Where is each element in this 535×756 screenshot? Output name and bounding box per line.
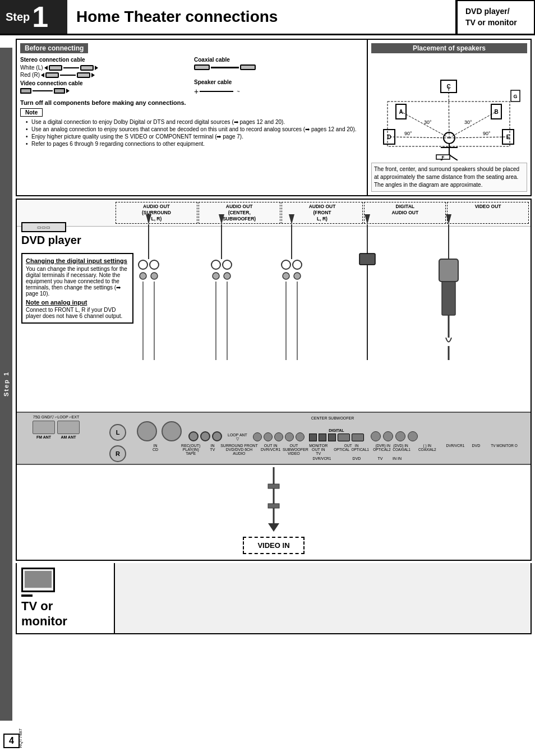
svg-marker-41 (289, 214, 294, 224)
connector-rca-4 (77, 72, 90, 78)
svg-rect-66 (268, 504, 279, 508)
receiver-panel: 75Ω GND/▽ ⌐LOOP ⌐EXT FM ANT AM ANT L R (17, 412, 531, 465)
coaxial-cable-col: Coaxial cable Speaker cable + ~ (194, 57, 363, 96)
fm-ant-socket (33, 421, 55, 434)
svg-point-46 (294, 273, 301, 279)
svg-text:30°: 30° (424, 119, 432, 125)
arrow-left-icon-2 (41, 73, 44, 77)
warning-text: Turn off all components before making an… (20, 99, 363, 106)
digital-input-title: Changing the digital input settings (26, 257, 129, 264)
digital-input-body: You can change the input settings for th… (26, 266, 129, 297)
speaker-diagram-svg: A B C D E F G (373, 57, 525, 160)
speaker-cable-title: Speaker cable (194, 79, 363, 85)
connector-video-1 (20, 88, 31, 94)
svg-line-25 (449, 137, 508, 138)
tv-screen (25, 571, 52, 588)
video-down-wire (17, 467, 531, 534)
video-cable-row (20, 88, 190, 94)
tv-stand-base (21, 594, 33, 597)
svg-rect-52 (439, 259, 458, 282)
video-cable-title: Video connection cable (20, 80, 190, 86)
connector-rca-1 (49, 65, 62, 71)
top-section: Before connecting Stereo connection cabl… (16, 39, 532, 196)
digital-input-box: Changing the digital input settings You … (21, 253, 133, 324)
video-wire-svg (251, 467, 296, 534)
placement-header: Placement of speakers (371, 43, 527, 53)
speaker-cable-row: + ~ (194, 87, 363, 96)
wire-v (33, 90, 53, 91)
coaxial-title: Coaxial cable (194, 57, 363, 63)
svg-text:30°: 30° (464, 119, 472, 125)
dvd-player-title: DVD player (21, 234, 81, 247)
svg-text:G: G (513, 94, 517, 99)
header-dvd-label: DVD player/ TV or monitor (456, 0, 535, 34)
svg-point-39 (213, 273, 219, 279)
center-label: CENTER SUBWOOFER (140, 416, 525, 420)
tv-monitor-section: TV or monitor (17, 563, 115, 633)
page-number: 4 (3, 734, 20, 748)
connector-video-2 (54, 88, 65, 94)
digital-label: DIGITAL (329, 428, 344, 432)
l-channel: L (109, 424, 126, 441)
lr-channels: L R (109, 424, 126, 462)
coaxial-row (194, 64, 363, 70)
bullet-1: • Use a digital connection to enjoy Dolb… (26, 119, 363, 125)
svg-marker-68 (268, 523, 279, 532)
wire-2 (60, 75, 76, 76)
svg-line-4 (449, 155, 458, 160)
svg-point-38 (223, 260, 232, 269)
sidebar-label: Step 1 (3, 371, 10, 397)
wire-coax (211, 67, 239, 68)
connection-wires-svg (115, 214, 524, 382)
wire-1 (63, 67, 79, 68)
bullet-3: • Enjoy higher picture quality using the… (26, 133, 363, 140)
tv-title: TV or monitor (21, 599, 109, 629)
svg-rect-64 (268, 484, 279, 488)
am-ant-socket (57, 421, 80, 434)
page-header: Step 1 Home Theater connections DVD play… (0, 0, 535, 35)
am-ant-label: AM ANT (57, 435, 80, 439)
left-sidebar: Step 1 (0, 48, 12, 721)
arrow-left-icon (44, 66, 48, 70)
bullet-list: • Use a digital connection to enjoy Dolb… (20, 119, 363, 147)
dvd-player-label: ▭▭▭ DVD player (21, 222, 81, 247)
main-content: Before connecting Stereo connection cabl… (12, 39, 535, 634)
fm-ant-label: FM ANT (33, 435, 55, 439)
wire-spk1 (200, 91, 233, 92)
bullet-2: • Use an analog connection to enjoy sour… (26, 126, 363, 132)
video-in-box: VIDEO IN (243, 537, 304, 554)
svg-marker-50 (446, 214, 451, 224)
panel-labels-row2: DVR/VCR1 DVD TV IN IN (135, 457, 525, 460)
svg-text:F: F (442, 155, 445, 160)
svg-point-33 (140, 273, 146, 279)
svg-line-21 (449, 86, 449, 138)
antenna-section: 75Ω GND/▽ ⌐LOOP ⌐EXT FM ANT AM ANT (33, 415, 80, 439)
svg-point-37 (211, 260, 220, 269)
analog-input-body: Connect to FRONT L, R if your DVD player… (26, 307, 129, 319)
before-connecting-header: Before connecting (20, 43, 88, 53)
stereo-cable-title: Stereo connection cable (20, 57, 190, 63)
connector-coax-1 (194, 64, 210, 70)
connector-rca-2 (80, 65, 94, 71)
svg-marker-29 (146, 214, 151, 224)
svg-marker-47 (365, 214, 370, 224)
placement-panel: Placement of speakers A B C (368, 40, 531, 195)
bottom-section: TV or monitor (16, 563, 532, 634)
svg-rect-49 (359, 253, 375, 265)
connector-coax-2 (240, 64, 256, 70)
svg-point-34 (151, 273, 158, 279)
bullet-4: • Refer to pages 6 through 9 regarding c… (26, 141, 363, 147)
connector-row-1: LOOP ANT▽ DIGITAL (135, 421, 525, 441)
step-number: 1 (32, 2, 48, 31)
note-box: Note (20, 108, 43, 117)
svg-point-44 (293, 260, 302, 269)
r-channel: R (109, 445, 126, 462)
svg-point-40 (224, 273, 230, 279)
panel-labels-row: INCD REC(OUT) PLAY(IN)TAPE INTV SURROUND… (135, 444, 525, 455)
video-in-section: VIDEO IN (17, 537, 531, 554)
connection-diagram: AUDIO OUT(SURROUNDL, R) AUDIO OUT(CENTER… (16, 199, 532, 561)
svg-point-32 (150, 260, 159, 269)
cables-area: Stereo connection cable White (L) Red (R… (20, 57, 363, 96)
stereo-red: Red (R) (20, 72, 190, 78)
svg-rect-53 (442, 282, 455, 315)
